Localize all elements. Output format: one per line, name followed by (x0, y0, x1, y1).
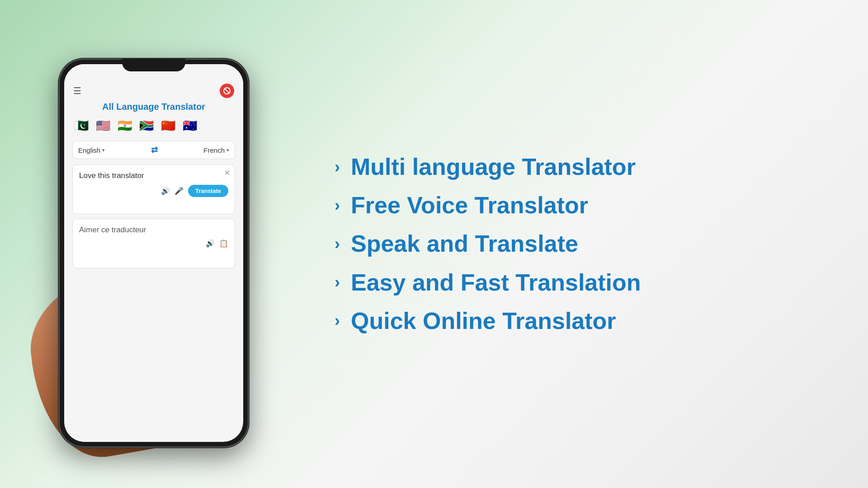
target-language-button[interactable]: French ▾ (203, 146, 229, 154)
feature-item-1: › Multi language Translator (335, 154, 832, 180)
phone-frame: ☰ All Language Translator (59, 59, 249, 447)
feature-item-3: › Speak and Translate (335, 231, 832, 257)
chevron-icon-3: › (335, 236, 340, 252)
language-selector: English ▾ ⇄ French ▾ (72, 141, 235, 159)
output-text: Aimer ce traducteur (79, 225, 228, 235)
input-text: Love this translator (79, 170, 228, 181)
app-content: ☰ All Language Translator (64, 80, 243, 268)
source-chevron-icon: ▾ (102, 147, 105, 153)
menu-icon[interactable]: ☰ (73, 86, 81, 95)
flag-china[interactable]: 🇨🇳 (159, 117, 177, 135)
flag-usa[interactable]: 🇺🇸 (94, 117, 112, 135)
phone-wrapper: ☰ All Language Translator (59, 45, 249, 443)
feature-item-5: › Quick Online Translator (335, 308, 832, 334)
target-language-label: French (203, 146, 225, 154)
chevron-icon-5: › (335, 313, 340, 329)
source-language-label: English (78, 146, 100, 154)
svg-line-1 (225, 89, 230, 94)
clear-input-button[interactable]: ✕ (224, 169, 230, 177)
phone-mockup: ☰ All Language Translator (59, 59, 249, 447)
flag-pakistan[interactable]: 🇵🇰 (72, 117, 90, 135)
feature-text-1: Multi language Translator (351, 154, 636, 180)
input-actions: 🔊 🎤 Translate (79, 185, 228, 197)
block-icon[interactable] (220, 84, 234, 98)
output-box: Aimer ce traducteur 🔊 📋 (72, 219, 235, 268)
feature-text-3: Speak and Translate (351, 231, 578, 257)
phone-screen: ☰ All Language Translator (64, 64, 243, 442)
source-language-button[interactable]: English ▾ (78, 146, 105, 154)
flag-australia[interactable]: 🇦🇺 (181, 117, 199, 135)
feature-item-4: › Easy and Fast Translation (335, 270, 832, 296)
feature-text-2: Free Voice Translator (351, 192, 588, 218)
chevron-icon-4: › (335, 274, 340, 291)
microphone-icon[interactable]: 🎤 (175, 187, 184, 195)
feature-item-2: › Free Voice Translator (335, 192, 832, 218)
swap-languages-button[interactable]: ⇄ (151, 145, 158, 155)
features-section: › Multi language Translator › Free Voice… (307, 127, 868, 361)
phone-notch (122, 59, 185, 71)
feature-text-4: Easy and Fast Translation (351, 270, 641, 296)
left-section: ☰ All Language Translator (0, 0, 307, 488)
output-speaker-icon[interactable]: 🔊 (206, 239, 215, 248)
speaker-icon[interactable]: 🔊 (161, 187, 170, 195)
output-actions: 🔊 📋 (79, 239, 228, 248)
translate-button[interactable]: Translate (188, 185, 228, 197)
chevron-icon-2: › (335, 197, 340, 214)
chevron-icon-1: › (335, 159, 340, 175)
flag-india[interactable]: 🇮🇳 (116, 117, 134, 135)
feature-text-5: Quick Online Translator (351, 308, 616, 334)
app-header: ☰ (72, 80, 235, 102)
flag-row: 🇵🇰 🇺🇸 🇮🇳 🇿🇦 🇨🇳 🇦🇺 (72, 117, 235, 135)
app-title: All Language Translator (72, 102, 235, 112)
input-box[interactable]: Love this translator ✕ 🔊 🎤 Translate (72, 164, 235, 214)
copy-icon[interactable]: 📋 (219, 239, 228, 248)
flag-south-africa[interactable]: 🇿🇦 (137, 117, 156, 135)
target-chevron-icon: ▾ (226, 147, 229, 153)
